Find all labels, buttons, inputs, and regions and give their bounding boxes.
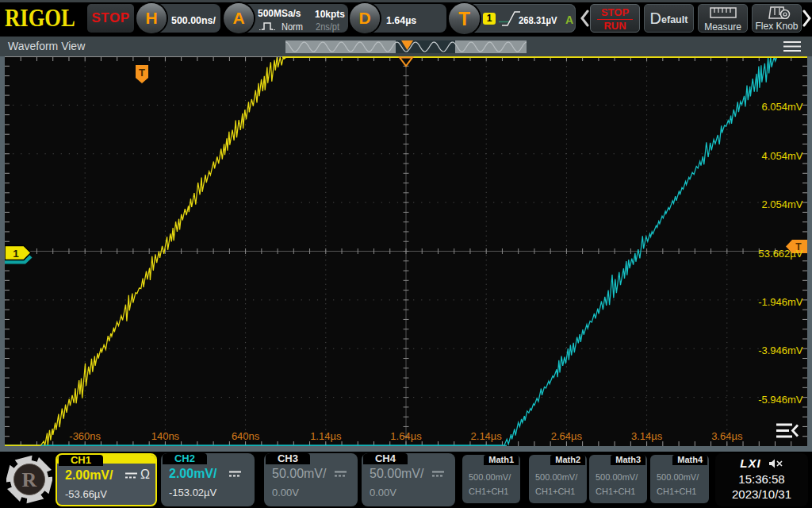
- svg-text:1: 1: [13, 248, 19, 260]
- svg-text:53.662µV: 53.662µV: [759, 248, 803, 260]
- svg-text:2.054mV: 2.054mV: [761, 198, 802, 210]
- svg-text:3.64µs: 3.64µs: [711, 430, 743, 442]
- svg-text:1.14µs: 1.14µs: [310, 430, 342, 442]
- svg-text:4.054mV: 4.054mV: [761, 150, 802, 162]
- svg-text:-3.946mV: -3.946mV: [758, 344, 803, 356]
- svg-text:1.64µs: 1.64µs: [390, 430, 422, 442]
- svg-text:2.64µs: 2.64µs: [551, 430, 583, 442]
- svg-text:-360ns: -360ns: [69, 430, 101, 442]
- svg-text:R: R: [22, 468, 37, 491]
- svg-text:2.14µs: 2.14µs: [471, 430, 503, 442]
- svg-text:-5.946mV: -5.946mV: [758, 394, 803, 406]
- svg-text:-1.946mV: -1.946mV: [758, 296, 803, 308]
- svg-text:3.14µs: 3.14µs: [631, 430, 663, 442]
- svg-text:140ns: 140ns: [151, 430, 180, 442]
- svg-text:6.054mV: 6.054mV: [761, 101, 802, 113]
- svg-text:T: T: [139, 67, 145, 79]
- svg-text:640ns: 640ns: [232, 430, 260, 442]
